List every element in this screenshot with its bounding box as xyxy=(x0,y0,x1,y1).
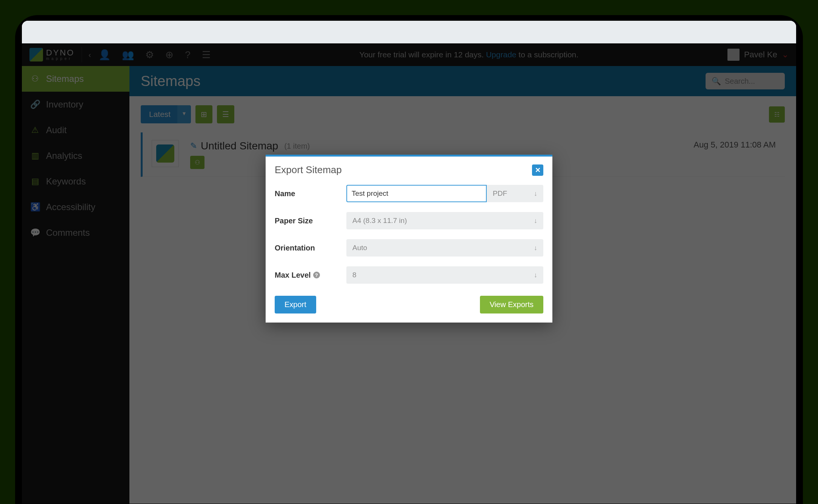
user-icon[interactable]: 👤 xyxy=(98,49,111,61)
sidebar-item-sitemaps[interactable]: ⚇ Sitemaps xyxy=(22,66,129,92)
list-icon: ▤ xyxy=(30,177,40,186)
filter-dropdown[interactable]: Latest xyxy=(141,105,179,123)
help-icon[interactable]: ? xyxy=(313,272,320,278)
page-title: Sitemaps xyxy=(141,73,200,89)
tasks-icon[interactable]: ☰ xyxy=(202,49,211,61)
form-row-maxlevel: Max Level ? 8 ↓ xyxy=(275,266,543,284)
search-input[interactable]: 🔍 Search... xyxy=(706,73,785,89)
papersize-select[interactable]: A4 (8.3 x 11.7 in) ↓ xyxy=(346,212,543,229)
sidebar-item-label: Audit xyxy=(46,125,67,135)
logo-text: DYNO mapper xyxy=(46,49,75,61)
search-placeholder: Search... xyxy=(725,77,755,86)
edit-icon[interactable]: ✎ xyxy=(190,141,197,151)
warning-icon: ⚠ xyxy=(30,125,40,135)
form-row-name: Name PDF ↓ xyxy=(275,185,543,202)
maxlevel-label: Max Level ? xyxy=(275,271,346,280)
maxlevel-select[interactable]: 8 ↓ xyxy=(346,266,543,284)
sidebar-item-audit[interactable]: ⚠ Audit xyxy=(22,117,129,143)
sidebar-item-inventory[interactable]: 🔗 Inventory xyxy=(22,92,129,117)
list-view-button[interactable]: ☰ xyxy=(217,105,234,123)
gear-icon[interactable]: ⚙ xyxy=(145,49,154,61)
app-window: DYNO mapper ‹ 👤 👥 ⚙ ⊕ ? ☰ Your free t xyxy=(22,43,796,504)
sitemap-count: (1 item) xyxy=(284,142,310,151)
view-exports-button[interactable]: View Exports xyxy=(480,296,543,313)
modal-body: Name PDF ↓ Paper Size xyxy=(266,182,552,323)
format-value: PDF xyxy=(493,189,507,198)
orientation-select[interactable]: Auto ↓ xyxy=(346,239,543,257)
link-icon: 🔗 xyxy=(30,100,40,109)
papersize-label: Paper Size xyxy=(275,217,346,225)
sidebar: ⚇ Sitemaps 🔗 Inventory ⚠ Audit ▥ Analyti… xyxy=(22,66,129,504)
screen: DYNO mapper ‹ 👤 👥 ⚙ ⊕ ? ☰ Your free t xyxy=(22,21,796,504)
topbar: DYNO mapper ‹ 👤 👥 ⚙ ⊕ ? ☰ Your free t xyxy=(22,43,796,66)
papersize-value: A4 (8.3 x 11.7 in) xyxy=(352,217,407,225)
modal-footer: Export View Exports xyxy=(275,293,543,313)
sidebar-item-label: Keywords xyxy=(46,176,86,187)
sitemap-title: Untitled Sitemap xyxy=(201,140,278,152)
sitemap-action-button[interactable]: ⚇ xyxy=(190,156,204,169)
browser-chrome xyxy=(22,21,796,43)
chevron-down-icon: ↓ xyxy=(534,190,537,198)
search-icon: 🔍 xyxy=(712,77,721,86)
logo[interactable]: DYNO mapper xyxy=(29,48,75,61)
page-header: Sitemaps 🔍 Search... xyxy=(129,66,796,96)
chevron-down-icon: ↓ xyxy=(534,244,537,252)
sidebar-item-label: Analytics xyxy=(46,151,82,161)
sidebar-item-comments[interactable]: 💬 Comments xyxy=(22,220,129,246)
sitemap-icon: ⚇ xyxy=(30,74,40,84)
name-label: Name xyxy=(275,189,346,198)
topbar-icons: 👤 👥 ⚙ ⊕ ? ☰ xyxy=(98,49,210,61)
toolbar: Latest ▾ ⊞ ☰ ☷ xyxy=(129,96,796,132)
logo-icon xyxy=(29,48,43,61)
avatar xyxy=(727,49,740,61)
help-icon[interactable]: ? xyxy=(185,49,190,61)
modal-header: Export Sitemap ✕ xyxy=(266,157,552,182)
sidebar-item-label: Inventory xyxy=(46,99,83,110)
filter-label: Latest xyxy=(149,110,171,119)
chevron-down-icon: ↓ xyxy=(534,271,537,279)
sitemap-date: Aug 5, 2019 11:08 AM xyxy=(693,140,776,150)
form-row-orientation: Orientation Auto ↓ xyxy=(275,239,543,257)
export-sitemap-modal: Export Sitemap ✕ Name PDF ↓ xyxy=(266,155,552,323)
collapse-chevron-icon[interactable]: ‹ xyxy=(89,51,91,59)
sidebar-item-label: Comments xyxy=(46,227,90,238)
chevron-down-icon: ↓ xyxy=(534,217,537,225)
filter-caret[interactable]: ▾ xyxy=(177,105,191,123)
name-input[interactable] xyxy=(346,185,487,202)
separator xyxy=(81,47,82,62)
user-menu[interactable]: Pavel Ke ⌄ xyxy=(727,49,789,61)
orientation-value: Auto xyxy=(352,244,367,252)
sidebar-item-analytics[interactable]: ▥ Analytics xyxy=(22,143,129,169)
orientation-label: Orientation xyxy=(275,244,346,252)
accessibility-icon: ♿ xyxy=(30,202,40,212)
comment-icon: 💬 xyxy=(30,228,40,238)
device-frame: DYNO mapper ‹ 👤 👥 ⚙ ⊕ ? ☰ Your free t xyxy=(15,15,803,504)
grid-view-button[interactable]: ⊞ xyxy=(195,105,212,123)
modal-title: Export Sitemap xyxy=(275,164,342,176)
sidebar-item-accessibility[interactable]: ♿ Accessibility xyxy=(22,194,129,220)
form-row-papersize: Paper Size A4 (8.3 x 11.7 in) ↓ xyxy=(275,212,543,229)
users-icon[interactable]: 👥 xyxy=(122,49,134,61)
format-select[interactable]: PDF ↓ xyxy=(487,185,543,202)
maxlevel-value: 8 xyxy=(352,271,357,279)
chart-icon: ▥ xyxy=(30,151,40,161)
close-icon[interactable]: ✕ xyxy=(532,164,543,176)
export-button[interactable]: Export xyxy=(275,296,316,313)
globe-icon[interactable]: ⊕ xyxy=(165,49,174,61)
sitemap-thumbnail xyxy=(152,140,179,167)
sidebar-item-label: Sitemaps xyxy=(46,74,84,84)
sidebar-item-label: Accessibility xyxy=(46,202,95,212)
user-name: Pavel Ke xyxy=(744,50,777,60)
trial-message: Your free trial will expire in 12 days. … xyxy=(211,50,727,59)
chevron-down-icon: ⌄ xyxy=(782,50,789,60)
sidebar-item-keywords[interactable]: ▤ Keywords xyxy=(22,169,129,194)
settings-button[interactable]: ☷ xyxy=(769,106,785,123)
upgrade-link[interactable]: Upgrade xyxy=(486,50,517,59)
